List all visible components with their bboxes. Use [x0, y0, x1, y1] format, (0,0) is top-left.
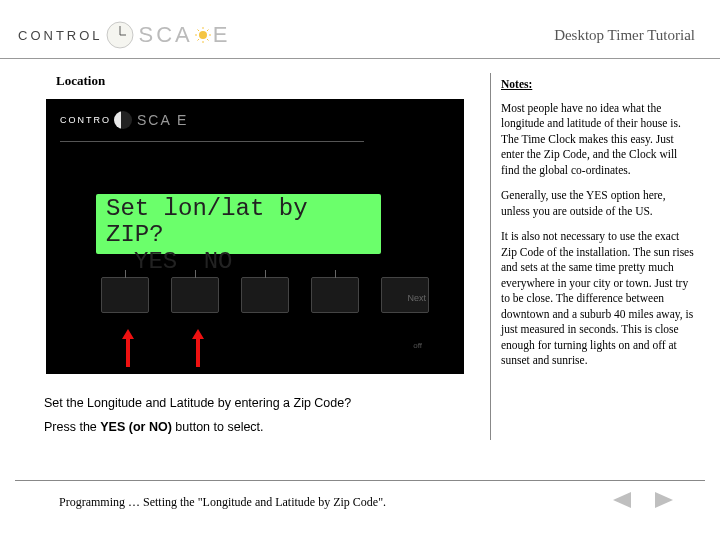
left-column: Location CONTRO SCA E Set lon/lat by ZIP…	[0, 73, 490, 440]
svg-line-8	[197, 30, 199, 32]
logo-control-text: CONTROL	[18, 28, 103, 43]
device-divider	[60, 141, 364, 142]
device-button-2	[171, 277, 219, 313]
triangle-right-icon	[653, 491, 675, 509]
red-arrow-2	[192, 329, 204, 367]
main-content: Location CONTRO SCA E Set lon/lat by ZIP…	[0, 59, 720, 440]
svg-line-9	[207, 39, 209, 41]
notes-panel: Notes: Most people have no idea what the…	[490, 73, 705, 440]
footer: Programming … Setting the "Longitude and…	[15, 480, 705, 513]
lcd-display: Set lon/lat by ZIP? YES NO	[96, 194, 381, 254]
notes-paragraph-3: It is also not necessary to use the exac…	[501, 229, 697, 369]
nav-prev-button[interactable]	[611, 491, 633, 513]
brand-logo: CONTROL SCA E	[18, 20, 231, 50]
footer-text: Programming … Setting the "Longitude and…	[59, 495, 386, 510]
device-logo: CONTRO SCA E	[60, 111, 188, 129]
header: CONTROL SCA E	[0, 0, 720, 59]
location-heading: Location	[56, 73, 480, 89]
triangle-left-icon	[611, 491, 633, 509]
logo-scape-text: SCA E	[139, 22, 231, 48]
page-title: Desktop Timer Tutorial	[554, 27, 695, 44]
moon-icon	[114, 111, 132, 129]
notes-paragraph-1: Most people have no idea what the longit…	[501, 101, 697, 179]
notes-heading: Notes:	[501, 77, 697, 93]
svg-line-10	[207, 30, 209, 32]
notes-paragraph-2: Generally, use the YES option here, unle…	[501, 188, 697, 219]
caption-block: Set the Longitude and Latitude by enteri…	[44, 392, 480, 440]
lcd-line-2: YES NO	[106, 249, 371, 275]
nav-next-button[interactable]	[653, 491, 675, 513]
svg-marker-12	[122, 329, 134, 367]
lcd-line-1: Set lon/lat by ZIP?	[106, 196, 371, 249]
nav-arrows	[611, 491, 675, 513]
device-button-4	[311, 277, 359, 313]
sun-icon	[194, 26, 212, 44]
caption-line-1: Set the Longitude and Latitude by enteri…	[44, 392, 480, 416]
caption-line-2: Press the YES (or NO) button to select.	[44, 416, 480, 440]
device-button-row	[101, 277, 429, 313]
device-screenshot: CONTRO SCA E Set lon/lat by ZIP? YES NO …	[46, 99, 464, 374]
device-off-label: off	[413, 341, 422, 350]
device-button-1	[101, 277, 149, 313]
device-button-3	[241, 277, 289, 313]
svg-marker-13	[192, 329, 204, 367]
svg-marker-14	[613, 492, 631, 508]
svg-line-11	[197, 39, 199, 41]
svg-point-3	[199, 31, 207, 39]
clock-icon	[105, 20, 135, 50]
svg-marker-15	[655, 492, 673, 508]
device-next-label: Next	[407, 293, 426, 303]
red-arrow-1	[122, 329, 134, 367]
